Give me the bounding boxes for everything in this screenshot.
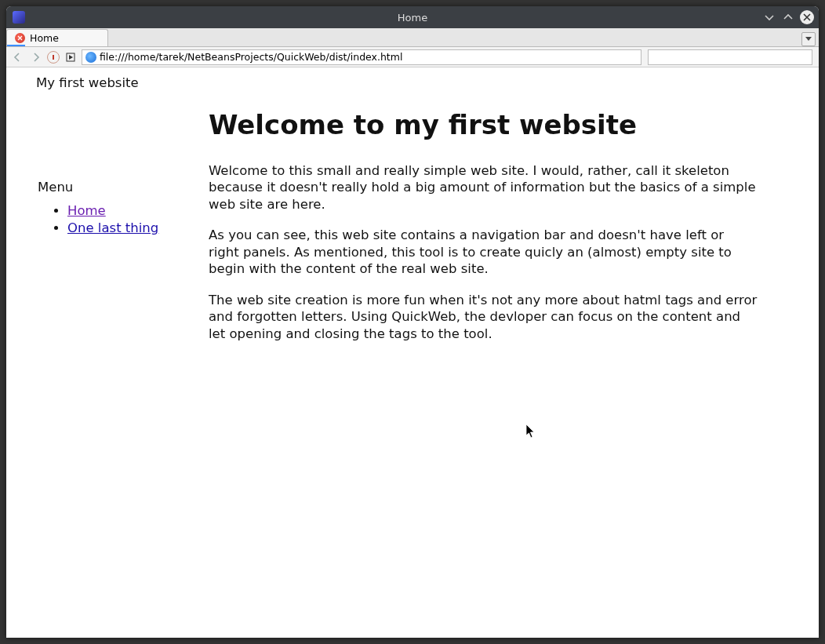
tab-home[interactable]: Home: [6, 29, 108, 46]
url-text: file:///home/tarek/NetBeansProjects/Quic…: [100, 51, 402, 63]
paragraph: As you can see, this web site contains a…: [209, 227, 758, 277]
page-content: My first website Menu Home One last thin…: [6, 67, 819, 638]
window-title: Home: [6, 12, 819, 24]
paragraph: The web site creation is more fun when i…: [209, 292, 758, 342]
sidebar-item: Home: [67, 202, 201, 220]
globe-icon: [85, 52, 96, 63]
reload-button[interactable]: [63, 49, 78, 65]
browser-window: Home Home: [6, 6, 819, 638]
search-bar[interactable]: [648, 49, 812, 65]
navigation-toolbar: file:///home/tarek/NetBeansProjects/Quic…: [6, 47, 819, 67]
sidebar: Menu Home One last thing: [6, 180, 201, 356]
tab-label: Home: [30, 32, 59, 44]
tab-close-icon[interactable]: [15, 33, 25, 43]
svg-rect-0: [53, 55, 54, 60]
sidebar-link-one-last-thing[interactable]: One last thing: [67, 220, 158, 235]
page-body: Menu Home One last thing Welcome to my f…: [6, 109, 819, 356]
tab-progress-indicator: [7, 45, 25, 46]
sidebar-link-home[interactable]: Home: [67, 203, 106, 218]
main-content: Welcome to my first website Welcome to t…: [201, 109, 819, 356]
site-header-title: My first website: [36, 75, 819, 90]
window-controls: [762, 10, 814, 24]
window-close-button[interactable]: [800, 10, 814, 24]
window-minimize-button[interactable]: [762, 10, 776, 24]
page-heading: Welcome to my first website: [209, 109, 787, 140]
sidebar-title: Menu: [38, 180, 201, 195]
url-bar[interactable]: file:///home/tarek/NetBeansProjects/Quic…: [82, 49, 641, 65]
sidebar-menu: Home One last thing: [38, 202, 201, 238]
sidebar-item: One last thing: [67, 220, 201, 237]
window-maximize-button[interactable]: [781, 10, 795, 24]
window-titlebar: Home: [6, 6, 819, 28]
tab-overflow-button[interactable]: [801, 32, 816, 46]
stop-button[interactable]: [47, 51, 60, 64]
paragraph: Welcome to this small and really simple …: [209, 162, 758, 213]
forward-button[interactable]: [28, 49, 44, 65]
tab-bar: Home: [6, 28, 819, 47]
back-button[interactable]: [9, 49, 25, 65]
